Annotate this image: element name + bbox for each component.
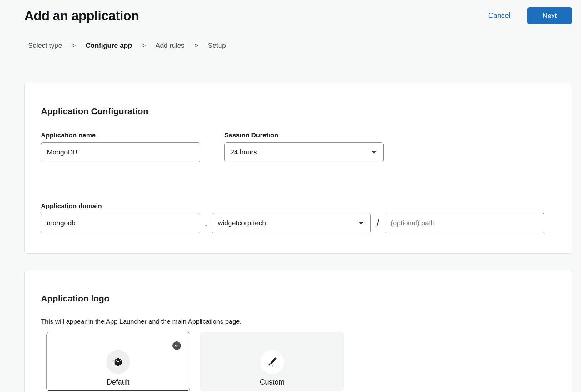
- session-duration-select[interactable]: 24 hours: [224, 142, 384, 162]
- application-logo-card: Application logo This will appear in the…: [24, 270, 572, 392]
- next-button[interactable]: Next: [527, 7, 572, 24]
- domain-select[interactable]: widgetcorp.tech: [212, 213, 371, 233]
- application-domain-label: Application domain: [41, 202, 554, 210]
- application-logo-description: This will appear in the App Launcher and…: [41, 318, 554, 325]
- step-setup[interactable]: Setup: [208, 42, 226, 50]
- step-configure-app[interactable]: Configure app: [86, 42, 132, 50]
- domain-dot-separator: .: [205, 218, 207, 228]
- caret-down-icon: [359, 222, 364, 225]
- cube-icon: [112, 356, 124, 368]
- page-title: Add an application: [24, 8, 139, 23]
- application-configuration-card: Application Configuration Application na…: [24, 83, 572, 254]
- session-duration-label: Session Duration: [224, 131, 384, 139]
- cancel-button[interactable]: Cancel: [486, 11, 512, 20]
- session-duration-value: 24 hours: [230, 148, 257, 156]
- application-name-field-group: Application name: [41, 131, 200, 162]
- application-domain-row: . widgetcorp.tech /: [41, 213, 554, 233]
- page-header: Add an application Cancel Next: [0, 0, 581, 24]
- breadcrumb: Select type > Configure app > Add rules …: [28, 42, 581, 50]
- caret-down-icon: [371, 151, 376, 154]
- logo-option-label: Custom: [260, 378, 284, 386]
- check-icon: [172, 341, 181, 350]
- step-add-rules[interactable]: Add rules: [156, 42, 185, 50]
- logo-option-custom[interactable]: Custom: [200, 332, 344, 391]
- logo-option-label: Default: [107, 378, 130, 386]
- header-actions: Cancel Next: [486, 7, 572, 24]
- custom-logo-circle: [260, 350, 284, 374]
- logo-option-row: Default Custom: [46, 332, 554, 391]
- application-logo-heading: Application logo: [41, 294, 554, 304]
- application-name-label: Application name: [41, 131, 200, 139]
- default-logo-circle: [106, 350, 130, 374]
- breadcrumb-separator: >: [142, 42, 146, 50]
- domain-select-value: widgetcorp.tech: [218, 219, 266, 227]
- breadcrumb-separator: >: [194, 42, 198, 50]
- application-name-input[interactable]: [41, 142, 200, 162]
- step-select-type[interactable]: Select type: [28, 42, 62, 50]
- session-duration-field-group: Session Duration 24 hours: [224, 131, 384, 162]
- subdomain-input[interactable]: [41, 213, 200, 233]
- domain-slash-separator: /: [376, 218, 379, 228]
- configuration-heading: Application Configuration: [41, 106, 554, 116]
- paintbrush-icon: [266, 356, 278, 368]
- logo-option-default[interactable]: Default: [46, 332, 190, 391]
- path-input[interactable]: [385, 213, 544, 233]
- breadcrumb-separator: >: [72, 42, 76, 50]
